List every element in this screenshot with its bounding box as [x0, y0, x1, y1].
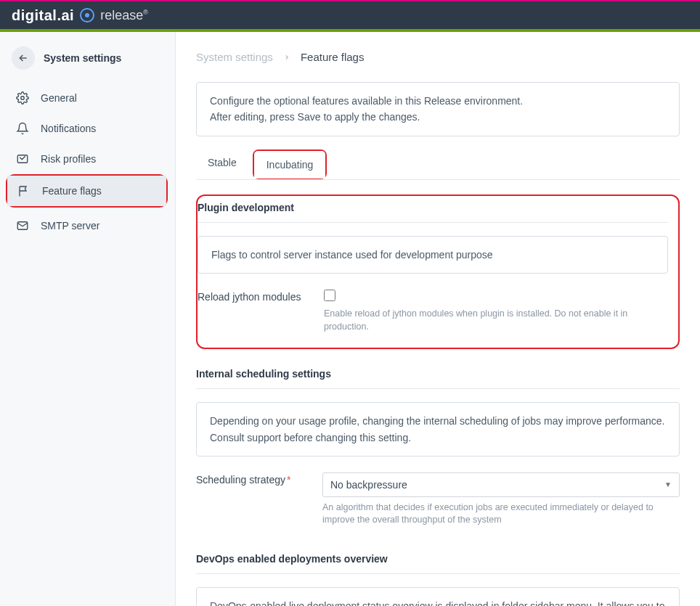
tab-incubating[interactable]: Incubating — [254, 151, 326, 179]
reload-jython-checkbox[interactable] — [324, 290, 335, 301]
brand-product: release® — [100, 8, 148, 23]
back-button[interactable] — [12, 46, 35, 70]
sidebar-item-label: Risk profiles — [41, 153, 96, 165]
devops-desc: DevOps-enabled live deployment status ov… — [196, 587, 680, 606]
brand-logo: digital.ai — [12, 7, 74, 24]
breadcrumb-parent[interactable]: System settings — [196, 51, 273, 63]
section-title-scheduling: Internal scheduling settings — [196, 362, 680, 389]
brand: digital.ai release® — [12, 7, 148, 24]
product-icon — [80, 8, 94, 22]
sidebar-item-smtp-server[interactable]: SMTP server — [0, 210, 175, 241]
sidebar-item-general[interactable]: General — [0, 83, 175, 113]
sidebar: System settings General Notifications Ri… — [0, 32, 176, 606]
reload-jython-hint: Enable reload of jython modules when plu… — [324, 308, 668, 333]
highlight-sidebar-feature-flags: Feature flags — [6, 174, 168, 208]
tabs: Stable Incubating — [196, 150, 680, 180]
mail-icon — [16, 219, 29, 232]
chevron-right-icon — [283, 54, 290, 61]
scheduling-strategy-hint: An algorithm that decides if execution j… — [322, 501, 680, 527]
intro-line1: Configure the optional features availabl… — [210, 93, 666, 109]
plugin-dev-desc: Flags to control server instance used fo… — [198, 236, 668, 274]
flag-icon — [17, 184, 30, 197]
scheduling-strategy-value: No backpressure — [330, 479, 407, 491]
tab-stable[interactable]: Stable — [196, 150, 248, 179]
bell-icon — [16, 122, 29, 135]
sidebar-item-feature-flags[interactable]: Feature flags — [7, 176, 166, 206]
sidebar-item-notifications[interactable]: Notifications — [0, 113, 175, 144]
intro-line2: After editing, press Save to apply the c… — [210, 109, 666, 125]
main-content: System settings Feature flags Configure … — [176, 32, 700, 606]
sidebar-item-label: SMTP server — [41, 220, 99, 232]
scheduling-strategy-label: Scheduling strategy* — [196, 472, 322, 486]
sidebar-title: System settings — [44, 52, 121, 64]
caret-down-icon: ▼ — [664, 480, 672, 488]
intro-box: Configure the optional features availabl… — [196, 82, 680, 136]
highlight-plugin-development: Plugin development Flags to control serv… — [196, 195, 680, 349]
sidebar-item-risk-profiles[interactable]: Risk profiles — [0, 144, 175, 174]
risk-icon — [16, 152, 29, 165]
sidebar-item-label: Feature flags — [42, 185, 102, 197]
highlight-tab-incubating: Incubating — [253, 150, 327, 179]
scheduling-strategy-select[interactable]: No backpressure ▼ — [322, 472, 680, 497]
sidebar-header: System settings — [0, 41, 175, 83]
section-title-plugin-dev: Plugin development — [198, 196, 668, 223]
breadcrumb: System settings Feature flags — [196, 32, 680, 82]
section-title-devops: DevOps enabled deployments overview — [196, 547, 680, 574]
sidebar-item-label: General — [41, 92, 77, 104]
top-bar: digital.ai release® — [0, 0, 700, 29]
reload-jython-label: Reload jython modules — [198, 290, 324, 303]
arrow-left-icon — [17, 52, 29, 64]
gear-icon — [16, 91, 29, 105]
svg-point-0 — [21, 97, 25, 100]
scheduling-desc: Depending on your usage profile, changin… — [196, 402, 680, 456]
sidebar-item-label: Notifications — [41, 123, 96, 134]
breadcrumb-current: Feature flags — [301, 51, 365, 63]
